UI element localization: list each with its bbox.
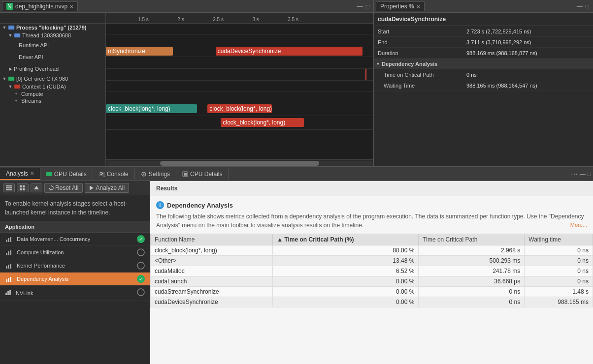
table-row: cudaMalloc6.52 %241.78 ms0 ns: [151, 266, 593, 276]
cpu-tab-icon: [182, 171, 188, 177]
col-waiting-time[interactable]: Waiting time: [525, 234, 593, 245]
props-val-start: 2.723 s (2,722,829,415 ns): [462, 27, 593, 36]
reset-icon: [49, 185, 54, 190]
svg-rect-6: [46, 172, 52, 176]
process-item[interactable]: ▼ Process "blocking" (21279): [0, 24, 105, 31]
timeline-maximize-btn[interactable]: □: [366, 3, 369, 10]
tab-analysis-close[interactable]: ✕: [30, 171, 34, 176]
tab-analysis[interactable]: Analysis ✕: [0, 168, 40, 180]
timeline-content: ▼ Process "blocking" (21279) ▼ Thread 13…: [0, 13, 373, 166]
bottom-maximize-btn[interactable]: □: [588, 171, 591, 178]
tab-console[interactable]: >_ Console: [93, 169, 135, 180]
properties-tab-close[interactable]: ✕: [416, 4, 420, 9]
ruler-2.5s: 2.5 s: [213, 17, 224, 22]
clock-block-bar-3[interactable]: clock_block(long*, long): [221, 118, 303, 127]
cell-waiting-time: 0 ns: [525, 256, 593, 266]
timeline-minimize-btn[interactable]: —: [357, 3, 363, 10]
context-expander: ▼: [7, 84, 14, 89]
dependency-check: ✓: [137, 275, 145, 283]
analysis-item-kernel[interactable]: Kernel Performance: [0, 259, 150, 273]
timeline-scrollbar[interactable]: [106, 159, 373, 166]
cell-crit-path-time: 36.668 μs: [419, 276, 525, 287]
profiling-overhead-label: Profiling Overhead: [14, 66, 59, 72]
cell-crit-path-pct: 6.52 %: [273, 266, 419, 276]
up-btn[interactable]: [31, 183, 42, 192]
list-view-btn[interactable]: [3, 183, 15, 192]
analysis-hint-text: To enable kernel analysis stages select …: [5, 200, 127, 216]
more-link[interactable]: More...: [570, 221, 587, 229]
compute-expander: +: [13, 91, 20, 96]
cudaDeviceSynchronize-bar[interactable]: cudaDeviceSynchronize: [216, 47, 363, 56]
props-key-end: End: [374, 38, 462, 47]
clock-block-bar-2[interactable]: clock_block(long*, long): [207, 104, 271, 113]
gpu-icon: [8, 75, 15, 82]
bar-chart-icon: [5, 236, 12, 243]
dependency-analysis-label: Dependency Analysis: [17, 276, 133, 282]
geforce-item[interactable]: ▼ [0] GeForce GTX 980: [0, 75, 105, 83]
props-maximize-btn[interactable]: □: [586, 3, 589, 10]
svg-rect-5: [14, 85, 20, 89]
runtime-api-item[interactable]: Runtime API: [0, 39, 105, 51]
nvlink-chart-icon: [5, 289, 12, 296]
cell-crit-path-time: 241.78 ms: [419, 266, 525, 276]
context-item[interactable]: ▼ Context 1 (CUDA): [0, 83, 105, 91]
chart-icon-nvlink: [5, 289, 12, 297]
bottom-inner: Reset All Analyze All To enable kernel a…: [0, 181, 593, 364]
analysis-item-nvlink[interactable]: NVLink: [0, 286, 150, 301]
svg-marker-20: [34, 186, 39, 189]
streams-item[interactable]: + Streams: [0, 97, 105, 104]
scrollbar-thumb[interactable]: [160, 161, 319, 166]
kernel-check-icon: [137, 262, 145, 270]
clock-block-bar-1[interactable]: clock_block(long*, long): [106, 104, 197, 113]
col-crit-path-pct[interactable]: ▲ Time on Critical Path (%): [273, 234, 419, 245]
cell-waiting-time: 0 ns: [525, 266, 593, 276]
geforce-expander: ▼: [1, 76, 8, 81]
bottom-menu-btn[interactable]: ⋯: [571, 170, 578, 178]
svg-rect-15: [6, 189, 12, 190]
timeline-tab-close[interactable]: ✕: [69, 4, 73, 9]
tab-analysis-label: Analysis: [6, 170, 28, 177]
nvlink-check-icon: [137, 288, 145, 296]
svg-rect-25: [8, 238, 9, 242]
tab-gpu-details[interactable]: GPU Details: [40, 169, 93, 180]
col-function-name[interactable]: Function Name: [151, 234, 273, 245]
svg-point-41: [137, 289, 144, 296]
thread-icon: [14, 32, 21, 39]
kernel-status-icon: [137, 262, 145, 270]
tab-cpu-details[interactable]: CPU Details: [176, 169, 229, 180]
col-crit-path-time[interactable]: Time on Critical Path: [419, 234, 525, 245]
reset-all-btn[interactable]: Reset All: [44, 183, 83, 193]
cell-crit-path-pct: 0.00 %: [273, 287, 419, 297]
tab-settings[interactable]: Settings: [135, 169, 176, 180]
mSynchronize-bar[interactable]: mSynchronize: [106, 47, 173, 56]
chart-icon-compute: [5, 248, 13, 256]
cell-crit-path-time: 0 ns: [419, 297, 525, 307]
analysis-item-dependency[interactable]: Dependency Analysis ✓: [0, 273, 150, 286]
reset-all-label: Reset All: [55, 184, 78, 191]
svg-rect-37: [10, 277, 11, 282]
analysis-item-data-movement[interactable]: Data Movemen... Concurrency ✓: [0, 233, 150, 246]
streams-label: Streams: [21, 98, 41, 104]
svg-rect-2: [8, 26, 14, 30]
context-label: Context 1 (CUDA): [22, 84, 66, 90]
props-minimize-btn[interactable]: —: [577, 3, 583, 10]
properties-tab[interactable]: Properties % ✕: [376, 1, 425, 11]
compute-item[interactable]: + Compute: [0, 91, 105, 97]
context-track: [106, 91, 373, 102]
driver-api-item[interactable]: Driver API: [0, 51, 105, 63]
tree-view-btn[interactable]: [17, 183, 29, 192]
props-key-dep-analysis: Dependency Analysis: [381, 60, 469, 68]
props-val-end: 3.711 s (3,710,998,292 ns): [462, 38, 593, 47]
streams-expander: +: [13, 98, 20, 103]
bottom-minimize-btn[interactable]: —: [580, 171, 586, 178]
dep-section-expander[interactable]: ▼: [374, 61, 381, 66]
analyze-all-btn[interactable]: Analyze All: [85, 183, 129, 193]
profiling-overhead-item[interactable]: ▶ Profiling Overhead: [0, 63, 105, 75]
analysis-content: Results i Dependency Analysis The follow…: [150, 181, 593, 364]
thread-item[interactable]: ▼ Thread 1303930688: [0, 31, 105, 39]
timeline-tab[interactable]: N dep_highlights.nvvp ✕: [2, 1, 78, 11]
profiling-overhead-track: [106, 69, 373, 81]
analysis-item-compute[interactable]: Compute Utilization: [0, 246, 150, 259]
table-row: <Other>13.48 %500.293 ms0 ns: [151, 256, 593, 266]
svg-text:N: N: [7, 3, 12, 10]
